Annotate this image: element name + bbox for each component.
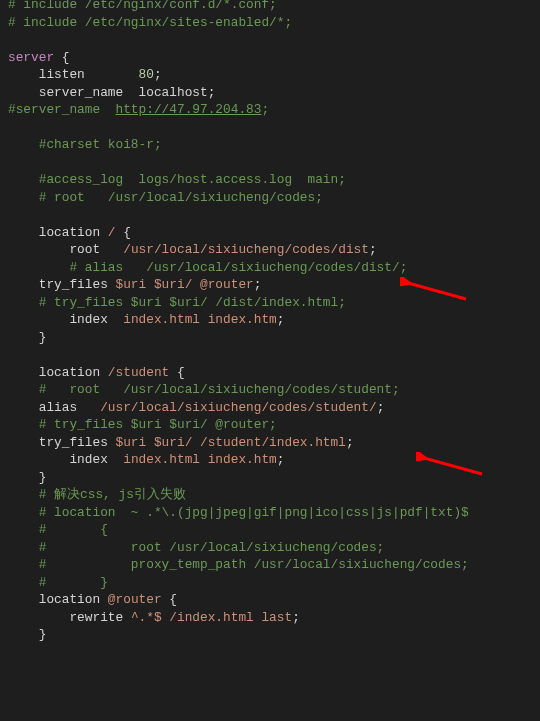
code-line: location @router { bbox=[8, 592, 177, 607]
code-line: # proxy_temp_path /usr/local/sixiucheng/… bbox=[8, 557, 469, 572]
code-line: #access_log logs/host.access.log main; bbox=[8, 172, 346, 187]
code-line: server { bbox=[8, 50, 69, 65]
code-line: index index.html index.htm; bbox=[8, 312, 284, 327]
code-line: index index.html index.htm; bbox=[8, 452, 284, 467]
code-line: try_files $uri $uri/ @router; bbox=[8, 277, 261, 292]
code-line: listen 80; bbox=[8, 67, 162, 82]
code-line: try_files $uri $uri/ /student/index.html… bbox=[8, 435, 354, 450]
annotation-arrow-icon bbox=[416, 452, 486, 478]
code-line: #charset koi8-r; bbox=[8, 137, 162, 152]
code-line: # { bbox=[8, 522, 108, 537]
code-line: } bbox=[8, 470, 46, 485]
code-line: # include /etc/nginx/conf.d/*.conf; bbox=[8, 0, 277, 12]
code-line: location /student { bbox=[8, 365, 185, 380]
code-line: # include /etc/nginx/sites-enabled/*; bbox=[8, 15, 292, 30]
code-block: # include /etc/nginx/conf.d/*.conf; # in… bbox=[0, 0, 540, 644]
code-line: } bbox=[8, 330, 46, 345]
code-line: alias /usr/local/sixiucheng/codes/studen… bbox=[8, 400, 384, 415]
code-line: # alias /usr/local/sixiucheng/codes/dist… bbox=[8, 260, 407, 275]
annotation-arrow-icon bbox=[400, 277, 470, 303]
code-line: # } bbox=[8, 575, 108, 590]
code-line: # root /usr/local/sixiucheng/codes; bbox=[8, 190, 323, 205]
code-line: # try_files $uri $uri/ /dist/index.html; bbox=[8, 295, 346, 310]
code-line: server_name localhost; bbox=[8, 85, 215, 100]
code-line: # root /usr/local/sixiucheng/codes; bbox=[8, 540, 384, 555]
code-line: # 解决css, js引入失败 bbox=[8, 487, 186, 502]
code-line: rewrite ^.*$ /index.html last; bbox=[8, 610, 300, 625]
code-line: # root /usr/local/sixiucheng/codes/stude… bbox=[8, 382, 400, 397]
code-line: location / { bbox=[8, 225, 131, 240]
code-line: } bbox=[8, 627, 46, 642]
code-line: # location ~ .*\.(jpg|jpeg|gif|png|ico|c… bbox=[8, 505, 469, 520]
svg-line-3 bbox=[424, 458, 482, 474]
code-line: # try_files $uri $uri/ @router; bbox=[8, 417, 277, 432]
svg-line-1 bbox=[408, 283, 466, 299]
code-line: root /usr/local/sixiucheng/codes/dist; bbox=[8, 242, 377, 257]
code-line: #server_name http://47.97.204.83; bbox=[8, 102, 269, 117]
